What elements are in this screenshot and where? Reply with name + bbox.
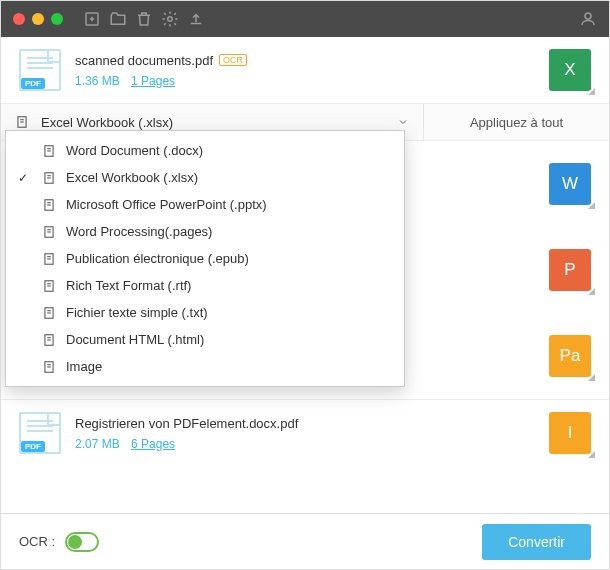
target-format-badge[interactable]: Pa: [549, 335, 591, 377]
format-option-label: Image: [66, 359, 102, 374]
titlebar: [1, 1, 609, 37]
document-icon: [42, 252, 56, 266]
format-option-label: Word Processing(.pages): [66, 224, 212, 239]
document-icon: [42, 171, 56, 185]
chevron-down-icon: [397, 116, 409, 128]
ocr-label: OCR :: [19, 534, 55, 549]
upload-icon[interactable]: [187, 10, 205, 28]
apply-all-button[interactable]: Appliquez à tout: [424, 104, 609, 140]
format-option-label: Document HTML (.html): [66, 332, 204, 347]
app-window: PDF scanned documents.pdf OCR 1.36 MB 1 …: [0, 0, 610, 570]
folder-icon[interactable]: [109, 10, 127, 28]
format-option[interactable]: Excel Workbook (.xlsx): [6, 164, 404, 191]
zoom-window-button[interactable]: [51, 13, 63, 25]
document-icon: [15, 115, 29, 129]
format-option[interactable]: Image: [6, 353, 404, 380]
format-option[interactable]: Rich Text Format (.rtf): [6, 272, 404, 299]
format-option-label: Fichier texte simple (.txt): [66, 305, 208, 320]
document-icon: [42, 198, 56, 212]
close-window-button[interactable]: [13, 13, 25, 25]
format-option-label: Publication électronique (.epub): [66, 251, 249, 266]
minimize-window-button[interactable]: [32, 13, 44, 25]
file-list: PDF scanned documents.pdf OCR 1.36 MB 1 …: [1, 37, 609, 513]
file-size: 1.36 MB: [75, 74, 120, 88]
file-row: PDF scanned documents.pdf OCR 1.36 MB 1 …: [1, 37, 609, 103]
user-icon[interactable]: [579, 10, 597, 28]
file-info: scanned documents.pdf OCR 1.36 MB 1 Page…: [75, 53, 535, 88]
file-name-label: Registrieren von PDFelement.docx.pdf: [75, 416, 298, 431]
target-format-badge[interactable]: W: [549, 163, 591, 205]
document-icon: [42, 360, 56, 374]
ocr-toggle[interactable]: [65, 532, 99, 552]
file-size: 2.07 MB: [75, 437, 120, 451]
format-option[interactable]: Word Document (.docx): [6, 137, 404, 164]
format-option[interactable]: Document HTML (.html): [6, 326, 404, 353]
file-row: PDF Registrieren von PDFelement.docx.pdf…: [1, 399, 609, 466]
pdf-icon: PDF: [19, 412, 61, 454]
target-format-badge[interactable]: P: [549, 249, 591, 291]
format-selected-label: Excel Workbook (.xlsx): [41, 115, 173, 130]
footer: OCR : Convertir: [1, 513, 609, 569]
convert-button[interactable]: Convertir: [482, 524, 591, 560]
format-option-label: Microsoft Office PowerPoint (.pptx): [66, 197, 267, 212]
document-icon: [42, 225, 56, 239]
window-controls: [13, 13, 63, 25]
document-icon: [42, 144, 56, 158]
document-icon: [42, 306, 56, 320]
file-pages-link[interactable]: 1 Pages: [131, 74, 175, 88]
add-file-icon[interactable]: [83, 10, 101, 28]
document-icon: [42, 333, 56, 347]
file-pages-link[interactable]: 6 Pages: [131, 437, 175, 451]
ocr-badge: OCR: [219, 54, 247, 66]
format-option-label: Excel Workbook (.xlsx): [66, 170, 198, 185]
format-option[interactable]: Word Processing(.pages): [6, 218, 404, 245]
format-option-label: Word Document (.docx): [66, 143, 203, 158]
pdf-badge: PDF: [21, 78, 45, 89]
target-format-badge[interactable]: X: [549, 49, 591, 91]
target-format-badge[interactable]: I: [549, 412, 591, 454]
format-dropdown-menu: Word Document (.docx)Excel Workbook (.xl…: [5, 130, 405, 387]
file-info: Registrieren von PDFelement.docx.pdf 2.0…: [75, 416, 535, 451]
format-option[interactable]: Microsoft Office PowerPoint (.pptx): [6, 191, 404, 218]
pdf-badge: PDF: [21, 441, 45, 452]
trash-icon[interactable]: [135, 10, 153, 28]
svg-point-4: [585, 13, 591, 19]
format-option-label: Rich Text Format (.rtf): [66, 278, 191, 293]
file-name-label: scanned documents.pdf: [75, 53, 213, 68]
format-option[interactable]: Fichier texte simple (.txt): [6, 299, 404, 326]
svg-point-3: [168, 17, 173, 22]
pdf-icon: PDF: [19, 49, 61, 91]
gear-icon[interactable]: [161, 10, 179, 28]
format-option[interactable]: Publication électronique (.epub): [6, 245, 404, 272]
document-icon: [42, 279, 56, 293]
